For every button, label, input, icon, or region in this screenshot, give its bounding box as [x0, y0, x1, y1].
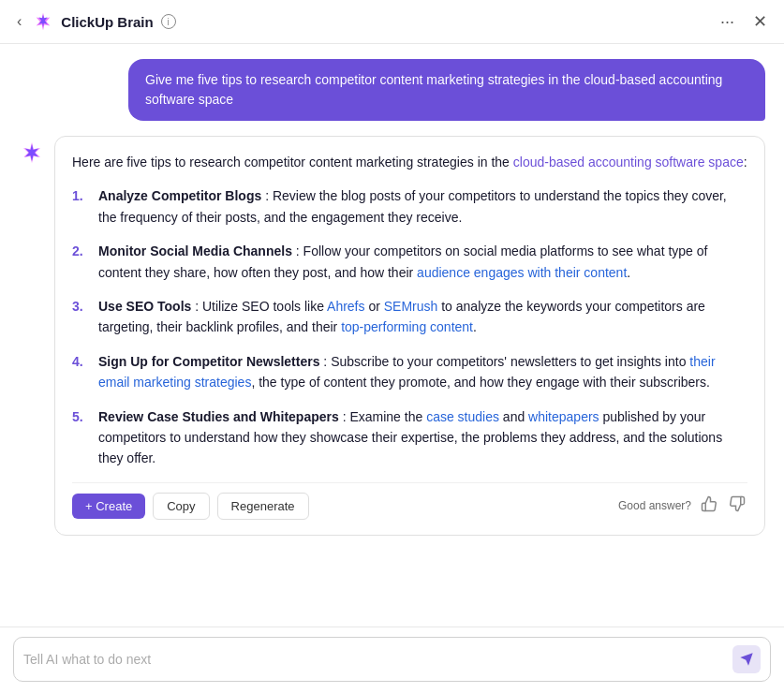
chat-area: Give me five tips to research competitor…	[0, 44, 784, 627]
copy-button[interactable]: Copy	[153, 493, 209, 520]
header-left: ‹ ClickUp Brain i	[13, 11, 176, 32]
close-button[interactable]: ✕	[749, 9, 771, 34]
header-title: ClickUp Brain	[61, 14, 153, 30]
list-item: 2. Monitor Social Media Channels : Follo…	[72, 241, 747, 283]
create-button[interactable]: + Create	[72, 494, 145, 519]
list-item: 4. Sign Up for Competitor Newsletters : …	[72, 351, 747, 393]
action-left: + Create Copy Regenerate	[72, 493, 309, 520]
tips-list: 1. Analyze Competitor Blogs : Review the…	[72, 185, 747, 468]
thumbs-up-button[interactable]	[699, 494, 719, 518]
regenerate-button[interactable]: Regenerate	[217, 493, 309, 520]
brain-icon	[33, 11, 53, 32]
ai-response: Here are five tips to research competito…	[54, 136, 765, 536]
ai-avatar-icon	[19, 140, 45, 166]
back-button[interactable]: ‹	[13, 11, 25, 32]
header-right: ··· ✕	[717, 9, 771, 34]
action-right: Good answer?	[618, 494, 747, 518]
ai-intro: Here are five tips to research competito…	[72, 152, 747, 172]
more-button[interactable]: ···	[717, 10, 738, 34]
user-message: Give me five tips to research competitor…	[128, 59, 765, 121]
list-item: 5. Review Case Studies and Whitepapers :…	[72, 406, 747, 469]
action-row: + Create Copy Regenerate Good answer?	[72, 482, 747, 520]
send-button[interactable]	[732, 645, 761, 673]
thumbs-down-button[interactable]	[727, 494, 747, 518]
list-item: 1. Analyze Competitor Blogs : Review the…	[72, 185, 747, 228]
info-icon[interactable]: i	[161, 14, 176, 29]
header: ‹ ClickUp Brain i ··· ✕	[0, 0, 784, 44]
thumbs-up-icon	[701, 495, 717, 512]
send-icon	[739, 652, 754, 667]
chat-input[interactable]	[23, 652, 732, 667]
input-wrapper	[13, 637, 771, 682]
input-area	[0, 627, 784, 693]
good-answer-label: Good answer?	[618, 497, 691, 515]
thumbs-down-icon	[729, 495, 746, 512]
ai-response-wrapper: Here are five tips to research competito…	[19, 136, 765, 536]
list-item: 3. Use SEO Tools : Utilize SEO tools lik…	[72, 296, 747, 338]
